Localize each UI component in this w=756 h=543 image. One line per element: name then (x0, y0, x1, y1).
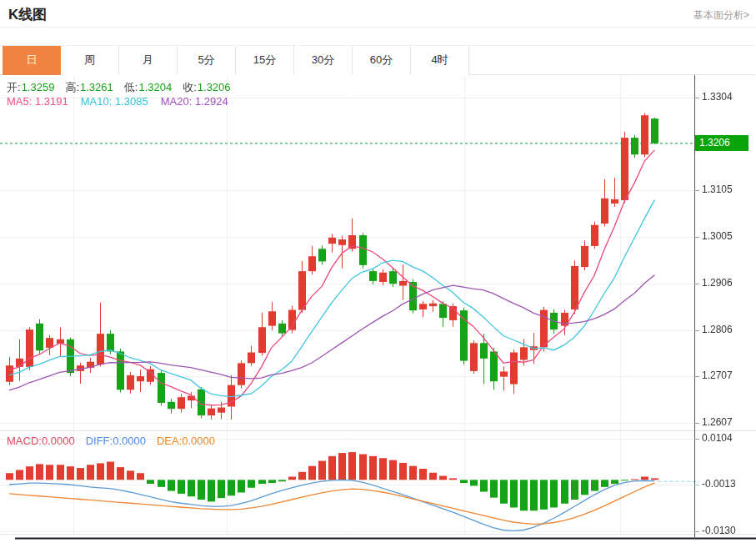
price-axis-label: 1.2806 (702, 324, 733, 335)
low-label: 低: (124, 81, 138, 93)
macd-value: 0.0000 (42, 435, 75, 447)
ohlc-legend: 开:1.3259 高:1.3261 低:1.3204 收:1.3206 (7, 80, 231, 95)
diff-item: DIFF:0.0000 (86, 435, 146, 447)
kline-widget: K线图 基本面分析> 日周月5分15分30分60分4时 开:1.3259 高:1… (0, 0, 756, 543)
price-axis-label: 1.2707 (702, 370, 733, 381)
high-value: 1.3261 (80, 81, 113, 93)
dea-item: DEA:0.0000 (157, 435, 215, 447)
current-price-badge: 1.3206 (695, 135, 748, 151)
macd-axis-label: -0.0013 (702, 478, 736, 490)
ma5-item: MA5: 1.3191 (7, 95, 68, 108)
price-axis-label: 1.2906 (702, 277, 733, 289)
price-axis-label: 1.2607 (702, 416, 733, 428)
macd-item: MACD:0.0000 (7, 435, 75, 447)
high-item: 高:1.3261 (65, 80, 113, 95)
close-item: 收:1.3206 (183, 80, 230, 95)
price-axis-label: 1.3105 (702, 184, 733, 195)
ma10-item: MA10: 1.3085 (81, 95, 148, 108)
ma20-label: MA20: (161, 95, 193, 108)
macd-axis-label: 0.0104 (702, 432, 733, 444)
open-value: 1.3259 (22, 81, 55, 93)
price-axis-label: 1.3304 (702, 91, 733, 103)
diff-label: DIFF: (86, 435, 113, 447)
price-axis-label: 1.3005 (702, 230, 733, 242)
ma10-value: 1.3085 (115, 95, 148, 108)
dea-label: DEA: (157, 435, 182, 447)
ma-legend: MA5: 1.3191 MA10: 1.3085 MA20: 1.2924 (7, 95, 228, 108)
ma5-value: 1.3191 (35, 95, 68, 108)
high-label: 高: (65, 81, 79, 93)
dea-value: 0.0000 (182, 435, 215, 447)
close-value: 1.3206 (198, 81, 231, 93)
ma5-label: MA5: (7, 95, 32, 108)
macd-label: MACD: (7, 435, 42, 447)
open-item: 开:1.3259 (7, 80, 54, 95)
diff-value: 0.0000 (113, 435, 146, 447)
macd-axis-label: -0.0130 (702, 525, 736, 536)
ma20-value: 1.2924 (195, 95, 228, 108)
open-label: 开: (7, 81, 21, 93)
ma10-label: MA10: (81, 95, 113, 108)
low-item: 低:1.3204 (124, 80, 172, 95)
close-label: 收: (183, 81, 197, 93)
macd-legend: MACD:0.0000 DIFF:0.0000 DEA:0.0000 (7, 435, 215, 447)
low-value: 1.3204 (138, 81, 172, 93)
ma20-item: MA20: 1.2924 (161, 95, 228, 108)
